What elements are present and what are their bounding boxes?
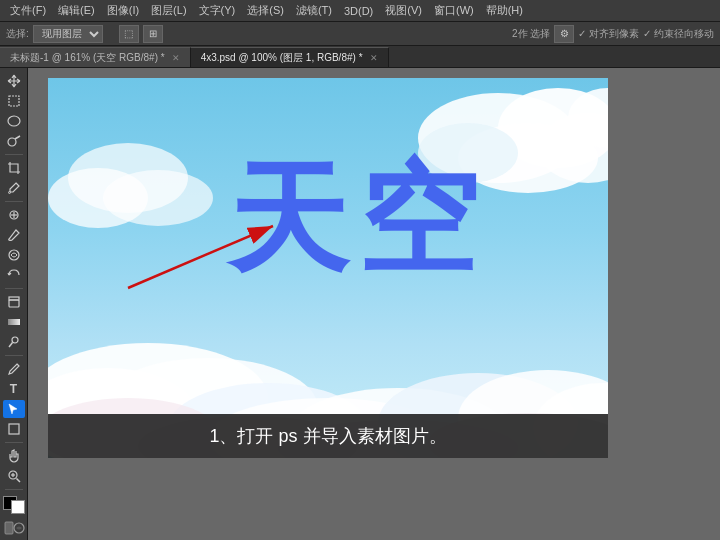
svg-rect-10	[8, 319, 20, 325]
svg-line-15	[16, 479, 20, 483]
svg-point-1	[8, 138, 16, 146]
text-tool[interactable]: T	[3, 380, 25, 398]
pen-tool[interactable]	[3, 360, 25, 378]
menu-help[interactable]: 帮助(H)	[480, 1, 529, 20]
chinese-text-overlay: 天空	[228, 158, 488, 278]
svg-point-11	[12, 337, 18, 343]
quick-mask-icon[interactable]	[3, 520, 25, 536]
menu-bar: 文件(F) 编辑(E) 图像(I) 图层(L) 文字(Y) 选择(S) 滤镜(T…	[0, 0, 720, 22]
hand-tool[interactable]	[3, 447, 25, 465]
svg-point-29	[103, 170, 213, 226]
tool-separator-6	[5, 489, 23, 490]
tools-panel: T	[0, 68, 28, 540]
select-label: 选择:	[6, 27, 29, 41]
history-brush-tool[interactable]	[3, 266, 25, 284]
shape-tool[interactable]	[3, 420, 25, 438]
eraser-tool[interactable]	[3, 293, 25, 311]
menu-layer[interactable]: 图层(L)	[145, 1, 192, 20]
tab-close-untitled[interactable]: ✕	[172, 53, 180, 63]
layer-dropdown[interactable]: 现用图层	[33, 25, 103, 43]
auto-align[interactable]: ⊞	[143, 25, 163, 43]
constraint-label: ✓ 约束径向移动	[643, 27, 714, 41]
tab-bar: 未标题-1 @ 161% (天空 RGB/8#) * ✕ 4x3.psd @ 1…	[0, 46, 720, 68]
menu-window[interactable]: 窗口(W)	[428, 1, 480, 20]
quick-select-tool[interactable]	[3, 132, 25, 150]
gradient-tool[interactable]	[3, 313, 25, 331]
menu-image[interactable]: 图像(I)	[101, 1, 145, 20]
tab-4x3[interactable]: 4x3.psd @ 100% (图层 1, RGB/8#) * ✕	[191, 47, 389, 67]
instruction-bar: 1、打开 ps 并导入素材图片。	[48, 414, 608, 458]
rect-select-tool[interactable]	[3, 92, 25, 110]
menu-file[interactable]: 文件(F)	[4, 1, 52, 20]
menu-filter[interactable]: 滤镜(T)	[290, 1, 338, 20]
tab-untitled[interactable]: 未标题-1 @ 161% (天空 RGB/8#) * ✕	[0, 47, 191, 67]
menu-3d[interactable]: 3D(D)	[338, 3, 379, 19]
crop-tool[interactable]	[3, 159, 25, 177]
gear-icon[interactable]: ⚙	[554, 25, 574, 43]
brush-tool[interactable]	[3, 226, 25, 244]
dodge-tool[interactable]	[3, 333, 25, 351]
move-tool[interactable]	[3, 72, 25, 90]
path-select-tool[interactable]	[3, 400, 25, 418]
transform-options[interactable]: ⬚	[119, 25, 139, 43]
work-indicator: 2作 选择	[512, 27, 550, 41]
svg-rect-0	[9, 96, 19, 106]
tool-separator-3	[5, 288, 23, 289]
options-bar: 选择: 现用图层 ⬚ ⊞ 2作 选择 ⚙ ✓ 对齐到像素 ✓ 约束径向移动	[0, 22, 720, 46]
tool-separator-5	[5, 442, 23, 443]
svg-rect-8	[9, 300, 19, 307]
menu-edit[interactable]: 编辑(E)	[52, 1, 101, 20]
spot-heal-tool[interactable]	[3, 206, 25, 224]
clone-tool[interactable]	[3, 246, 25, 264]
instruction-text: 1、打开 ps 并导入素材图片。	[209, 424, 446, 448]
svg-line-2	[15, 136, 20, 139]
tool-separator-2	[5, 201, 23, 202]
eyedropper-tool[interactable]	[3, 179, 25, 197]
color-picker[interactable]	[3, 496, 25, 514]
menu-type[interactable]: 文字(Y)	[193, 1, 242, 20]
svg-rect-9	[9, 297, 19, 300]
tool-separator-1	[5, 154, 23, 155]
workspace: T	[0, 68, 720, 540]
menu-view[interactable]: 视图(V)	[379, 1, 428, 20]
align-pixels-label: ✓ 对齐到像素	[578, 27, 639, 41]
zoom-tool[interactable]	[3, 467, 25, 485]
sky-background: 天空	[48, 78, 608, 458]
tab-close-4x3[interactable]: ✕	[370, 53, 378, 63]
canvas-content: 天空 1、打开 ps 并导入素材图片。	[48, 78, 608, 458]
svg-rect-13	[9, 424, 19, 434]
background-color[interactable]	[11, 500, 25, 514]
svg-line-12	[9, 343, 13, 348]
menu-select[interactable]: 选择(S)	[241, 1, 290, 20]
canvas-area: 天空 1、打开 ps 并导入素材图片。	[28, 68, 720, 540]
lasso-tool[interactable]	[3, 112, 25, 130]
svg-rect-18	[5, 522, 13, 534]
tool-separator-4	[5, 355, 23, 356]
